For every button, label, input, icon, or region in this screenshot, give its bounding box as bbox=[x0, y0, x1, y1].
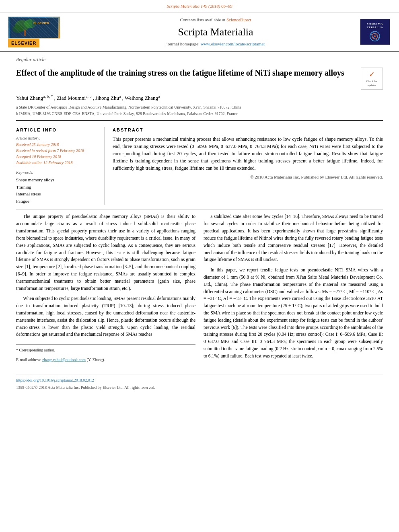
keyword-2: Training bbox=[16, 184, 98, 191]
scripta-logo-area: Scripta MATERIA LIA bbox=[359, 19, 391, 45]
article-title: Effect of the amplitude of the training … bbox=[16, 68, 355, 78]
author4-sup: a bbox=[158, 94, 160, 99]
svg-point-3 bbox=[12, 25, 24, 33]
scripta-logo-box: Scripta MATERIA LIA bbox=[360, 19, 390, 45]
email-suffix: (Y. Zhang). bbox=[87, 357, 105, 362]
check-icon: ✓ bbox=[369, 70, 375, 80]
article-info-header: ARTICLE INFO bbox=[16, 127, 98, 133]
body-columns: The unique property of pseudoelastic sha… bbox=[16, 210, 383, 366]
elsevier-wordmark: ELSEVIER bbox=[11, 41, 36, 45]
corresponding-author-note: * Corresponding author. bbox=[16, 347, 195, 353]
body-col-right: a stabilized state after some few cycles… bbox=[204, 213, 383, 366]
svg-text:ELSEVIER: ELSEVIER bbox=[33, 21, 49, 25]
history-label: Article history: bbox=[16, 136, 98, 141]
copyright-line: © 2018 Acta Materialia Inc. Published by… bbox=[113, 174, 383, 180]
scripta-logo-text: Scripta MATERIA LIA bbox=[367, 22, 383, 29]
body-para1: The unique property of pseudoelastic sha… bbox=[16, 213, 195, 292]
journal-header: ELSEVIER ELSEVIER Contents lists availab… bbox=[0, 12, 399, 52]
journal-citation: Scripta Materialia 149 (2018) 66–69 bbox=[167, 4, 232, 8]
journal-title-area: Contents lists available at ScienceDirec… bbox=[72, 17, 359, 47]
keyword-4: Fatigue bbox=[16, 198, 98, 205]
author1-name: Yahui Zhang bbox=[16, 95, 43, 101]
email-label: E-mail address: bbox=[16, 357, 41, 362]
svg-rect-0 bbox=[10, 18, 58, 38]
sciencedirect-link[interactable]: ScienceDirect bbox=[226, 17, 251, 22]
affiliation-a: a State IJR Center of Aerospace Design a… bbox=[16, 105, 383, 110]
author2-name: , Ziad Moumni bbox=[54, 95, 86, 101]
email-note: E-mail address: zhang.yahui@outlook.com … bbox=[16, 357, 195, 363]
svg-point-10 bbox=[374, 35, 376, 37]
header-divider bbox=[16, 120, 383, 121]
abstract-text: This paper presents a mechanical trainin… bbox=[113, 136, 383, 172]
article-info-left: ARTICLE INFO Article history: Received 2… bbox=[16, 127, 105, 205]
article-title-row: Effect of the amplitude of the training … bbox=[16, 68, 383, 90]
body-col-left: The unique property of pseudoelastic sha… bbox=[16, 213, 195, 366]
author4-name: , Weihong Zhang bbox=[122, 95, 158, 101]
author1-sup: a, b, * bbox=[43, 94, 53, 99]
svg-point-2 bbox=[24, 19, 36, 28]
svg-rect-5 bbox=[32, 20, 48, 27]
author2-sup: a, b bbox=[86, 94, 91, 99]
abstract-header: ABSTRACT bbox=[113, 127, 383, 133]
body-para4: In this paper, we report tensile fatigue… bbox=[204, 267, 383, 360]
article-info-section: ARTICLE INFO Article history: Received 2… bbox=[16, 124, 383, 205]
footer-section: https://doi.org/10.1016/j.scriptamat.201… bbox=[16, 374, 383, 390]
check-badge-label: Check forupdates bbox=[366, 80, 378, 88]
elsevier-logo-svg: ELSEVIER bbox=[10, 18, 58, 38]
issn-line: 1359-6462/© 2018 Acta Materialia Inc. Pu… bbox=[16, 385, 383, 390]
scripta-logo-graphic bbox=[367, 30, 383, 42]
doi-link[interactable]: https://doi.org/10.1016/j.scriptamat.201… bbox=[16, 378, 94, 382]
homepage-url[interactable]: www.elsevier.com/locate/scriptamat bbox=[201, 41, 265, 46]
journal-bar: Scripta Materialia 149 (2018) 66–69 bbox=[0, 0, 399, 12]
article-content: Regular article Effect of the amplitude … bbox=[0, 52, 399, 396]
article-type: Regular article bbox=[16, 56, 383, 65]
body-para2: When subjected to cyclic pseudoelastic l… bbox=[16, 295, 195, 338]
author3-sup: a bbox=[119, 94, 121, 99]
contents-available: Contents lists available at ScienceDirec… bbox=[72, 17, 359, 23]
svg-rect-4 bbox=[24, 30, 26, 36]
elsevier-logo: ELSEVIER ELSEVIER bbox=[8, 16, 72, 47]
available-date: Available online 12 February 2018 bbox=[16, 160, 98, 166]
affiliation-b: b IMSIA, UMR 8193 CNRS-EDF-CEA-ENSTA, Un… bbox=[16, 111, 383, 117]
elsevier-logo-box: ELSEVIER bbox=[8, 16, 60, 39]
keywords-label: Keywords: bbox=[16, 170, 98, 175]
authors-line: Yahui Zhanga, b, * , Ziad Moumnia, b , J… bbox=[16, 94, 383, 102]
body-para3: a stabilized state after some few cycles… bbox=[204, 213, 383, 263]
footnote-area: * Corresponding author. E-mail address: … bbox=[16, 344, 195, 363]
journal-homepage: journal homepage: www.elsevier.com/locat… bbox=[72, 41, 359, 47]
email-link[interactable]: zhang.yahui@outlook.com bbox=[42, 357, 86, 362]
abstract-section: ABSTRACT This paper presents a mechanica… bbox=[113, 127, 383, 205]
svg-point-1 bbox=[15, 20, 29, 31]
keywords-list: Shape memory alloys Training Internal st… bbox=[16, 177, 98, 205]
journal-title: Scripta Materialia bbox=[72, 25, 359, 39]
doi-line: https://doi.org/10.1016/j.scriptamat.201… bbox=[16, 378, 383, 383]
received-date: Received 25 January 2018 bbox=[16, 142, 98, 148]
revised-date: Received in revised form 7 February 2018 bbox=[16, 148, 98, 154]
affiliations: a State IJR Center of Aerospace Design a… bbox=[16, 105, 383, 117]
author3-name: , Jihong Zhu bbox=[93, 95, 119, 101]
keyword-1: Shape memory alloys bbox=[16, 177, 98, 184]
check-for-updates-badge: ✓ Check forupdates bbox=[361, 68, 383, 90]
keyword-3: Internal stress bbox=[16, 191, 98, 198]
accepted-date: Accepted 10 February 2018 bbox=[16, 154, 98, 160]
publisher-logo-area: ELSEVIER ELSEVIER bbox=[8, 16, 72, 47]
